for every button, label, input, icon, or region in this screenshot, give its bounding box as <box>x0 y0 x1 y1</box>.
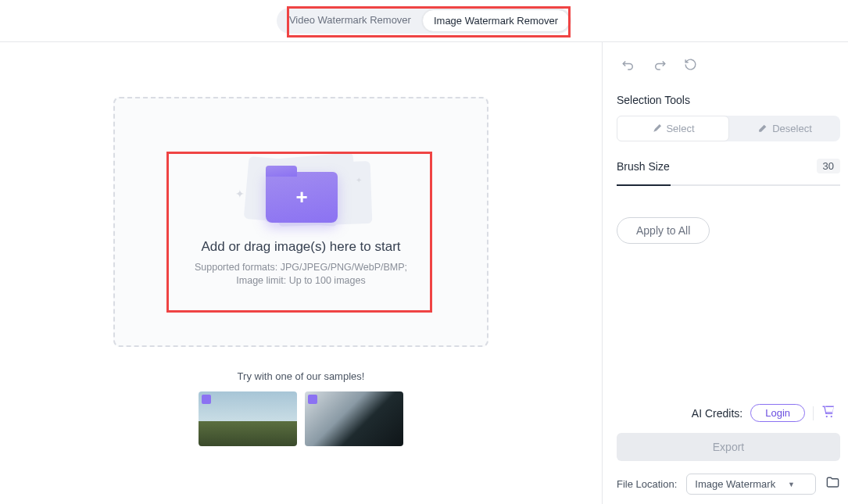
redo-icon[interactable] <box>653 58 667 75</box>
undo-icon[interactable] <box>621 58 635 75</box>
file-location-label: File Location: <box>617 478 677 490</box>
samples-label: Try with one of our samples! <box>238 370 365 382</box>
tab-video-watermark[interactable]: Video Watermark Remover <box>278 9 422 32</box>
selection-toggle: Select Deselect <box>617 116 840 141</box>
add-folder-icon: + <box>266 172 338 223</box>
mode-tab-toggle: Video Watermark Remover Image Watermark … <box>277 8 571 34</box>
login-button[interactable]: Login <box>750 404 805 422</box>
dropzone-illustration: ✦ ✦ + <box>246 156 356 227</box>
export-button[interactable]: Export <box>617 433 840 461</box>
apply-to-all-button[interactable]: Apply to All <box>617 217 710 244</box>
top-bar: Video Watermark Remover Image Watermark … <box>0 0 848 42</box>
select-tool-button[interactable]: Select <box>617 116 729 141</box>
samples-row <box>199 391 403 446</box>
brush-icon <box>651 123 661 134</box>
brush-size-label: Brush Size <box>617 160 670 173</box>
sidebar: Selection Tools Select Deselect Brush Si… <box>602 42 848 504</box>
brush-size-slider[interactable] <box>617 184 840 186</box>
selection-tools-title: Selection Tools <box>617 94 840 106</box>
reset-icon[interactable] <box>684 58 697 75</box>
sample-badge-icon <box>202 395 211 404</box>
cart-icon[interactable] <box>821 405 835 422</box>
image-dropzone[interactable]: ✦ ✦ + Add or drag image(s) here to start… <box>113 97 488 347</box>
tab-image-watermark[interactable]: Image Watermark Remover <box>422 9 570 32</box>
divider <box>813 406 814 420</box>
dropzone-subtitle: Supported formats: JPG/JPEG/PNG/WebP/BMP… <box>195 261 407 288</box>
deselect-tool-button[interactable]: Deselect <box>729 116 840 141</box>
sample-badge-icon <box>308 395 317 404</box>
ai-credits-label: AI Credits: <box>692 407 742 420</box>
sample-thumbnail-1[interactable] <box>199 391 297 446</box>
file-location-select[interactable]: Image Watermark ▼ <box>686 474 816 495</box>
svg-point-1 <box>831 415 832 416</box>
brush-size-value: 30 <box>817 159 840 173</box>
eraser-icon <box>757 123 767 134</box>
svg-point-0 <box>826 415 828 416</box>
main-panel: ✦ ✦ + Add or drag image(s) here to start… <box>0 42 602 504</box>
sample-thumbnail-2[interactable] <box>305 391 403 446</box>
dropzone-title: Add or drag image(s) here to start <box>201 239 400 255</box>
open-folder-icon[interactable] <box>825 475 840 493</box>
chevron-down-icon: ▼ <box>788 481 795 488</box>
